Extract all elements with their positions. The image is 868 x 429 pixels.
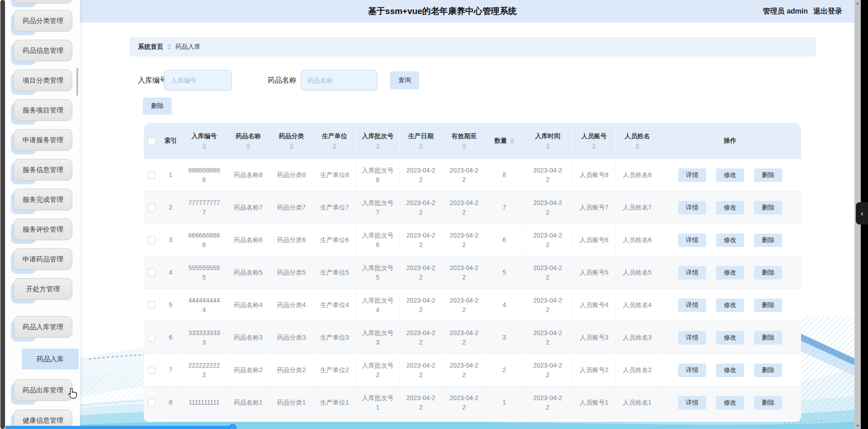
sidebar-item-button[interactable]: 药品分类管理 [14,10,72,32]
sort-caret-icon[interactable] [202,143,207,149]
sidebar-item[interactable]: 项目分类管理 [14,70,72,91]
name-input[interactable] [301,70,377,91]
sort-caret-icon[interactable] [419,143,423,149]
sidebar-item-button[interactable]: 服务项目管理 [14,99,72,121]
column-header-qty[interactable]: 数量 [486,123,523,159]
sidebar-item-button[interactable]: 药品信息管理 [14,40,72,61]
sidebar-item-button[interactable]: 开处方管理 [14,278,72,300]
sidebar-item[interactable]: 服务项目管理 [14,99,72,121]
edit-button[interactable]: 修改 [716,364,744,377]
row-checkbox[interactable] [148,204,156,211]
sidebar-item[interactable]: 服务完成管理 [14,189,72,210]
detail-button[interactable]: 详情 [678,266,706,280]
sidebar-item-partial[interactable] [14,0,72,4]
sidebar-item[interactable]: 药品分类管理 [14,10,72,32]
column-header-category[interactable]: 药品分类 [270,123,313,159]
code-input[interactable] [164,70,232,91]
edit-button[interactable]: 修改 [716,233,744,247]
edit-button[interactable]: 修改 [716,331,744,345]
sidebar-item-button[interactable]: 申请药品管理 [14,248,72,270]
sort-caret-icon[interactable] [376,143,380,149]
row-checkbox[interactable] [148,236,156,244]
cell-text: 5 [503,268,506,277]
delete-button[interactable]: 删除 [754,331,782,345]
delete-button[interactable]: 删除 [754,364,782,377]
detail-button[interactable]: 详情 [678,233,706,247]
column-header-expiry_date[interactable]: 有效期至 [443,123,486,159]
row-checkbox[interactable] [148,366,156,374]
delete-button[interactable]: 删除 [754,168,782,182]
sidebar-item-button[interactable]: 药品出库管理 [14,379,72,401]
delete-button[interactable]: 删除 [754,266,782,280]
delete-button[interactable]: 删除 [754,201,782,214]
sidebar-item[interactable]: 服务信息管理 [14,159,72,181]
sidebar-scrollbar-thumb[interactable] [76,68,78,96]
sidebar-item[interactable]: 药品信息管理 [14,40,72,61]
edit-button[interactable]: 修改 [716,201,744,214]
sidebar-item-button[interactable]: 服务完成管理 [14,189,72,210]
sort-caret-icon[interactable] [462,143,467,149]
sidebar-item[interactable]: 服务评价管理 [14,219,72,240]
column-header-person[interactable]: 人员姓名 [616,123,659,159]
sidebar-item[interactable]: 申请药品管理 [14,248,72,270]
scroll-down-icon[interactable]: ▼ [854,424,861,428]
breadcrumb-home[interactable]: 系统首页 [138,43,163,51]
sidebar-item-button[interactable]: 服务评价管理 [14,219,72,240]
sidebar-item[interactable]: 药品入库管理 [14,316,72,338]
edit-button[interactable]: 修改 [716,168,744,182]
sidebar-subitem-active[interactable]: 药品入库 [22,349,79,369]
edit-button[interactable]: 修改 [716,396,744,410]
edit-button[interactable]: 修改 [716,266,744,280]
sort-caret-icon[interactable] [592,143,596,149]
sidebar-item[interactable]: 开处方管理 [14,278,72,300]
delete-button[interactable]: 删除 [754,298,782,312]
detail-button[interactable]: 详情 [678,364,706,377]
sidebar-item-button[interactable]: 服务信息管理 [14,159,72,181]
sidebar-item-button[interactable]: 药品入库管理 [14,316,72,338]
detail-button[interactable]: 详情 [678,298,706,312]
sidebar-item-partial-button[interactable] [14,0,72,4]
column-header-batch[interactable]: 入库批次号 [356,123,400,159]
progress-bar[interactable] [5,426,233,429]
cell-text: 入库批次号5 [362,263,394,282]
search-button[interactable]: 查询 [390,71,419,89]
logout-link[interactable]: 退出登录 [813,7,842,16]
detail-button[interactable]: 详情 [678,396,706,410]
sort-caret-icon[interactable] [635,143,640,149]
row-checkbox[interactable] [148,399,156,406]
sidebar-item[interactable]: 药品出库管理 [14,379,72,401]
column-header-label: 生产日期 [408,132,434,140]
sidebar-item-button[interactable]: 项目分类管理 [14,70,72,91]
delete-button[interactable]: 删除 [754,396,782,410]
column-header-in_time[interactable]: 入库时间 [523,123,573,159]
sort-caret-icon[interactable] [546,143,550,149]
row-checkbox[interactable] [148,334,156,341]
column-header-account[interactable]: 人员账号 [573,123,616,159]
sidebar-item[interactable]: 申请服务管理 [14,129,72,151]
detail-button[interactable]: 详情 [678,331,706,345]
sort-caret-icon[interactable] [510,138,514,144]
batch-delete-button[interactable]: 删除 [143,98,172,115]
detail-button[interactable]: 详情 [678,201,706,214]
row-checkbox[interactable] [148,301,156,309]
collapse-panel-tab[interactable]: ‹ [856,202,868,224]
row-checkbox[interactable] [148,171,156,179]
cell-person: 人员姓名6 [616,224,659,256]
progress-handle[interactable] [229,424,236,429]
sort-caret-icon[interactable] [289,143,294,149]
row-checkbox[interactable] [148,269,156,276]
left-scrollbar[interactable] [0,0,5,429]
column-header-unit[interactable]: 生产单位 [313,123,356,159]
sort-caret-icon[interactable] [332,143,337,149]
scroll-up-icon[interactable]: ▲ [854,1,861,5]
sort-caret-icon[interactable] [246,143,250,149]
column-header-prod_date[interactable]: 生产日期 [400,123,443,159]
edit-button[interactable]: 修改 [716,298,744,312]
column-header-name[interactable]: 药品名称 [227,123,270,159]
column-header-code[interactable]: 入库编号 [182,123,227,159]
select-all-checkbox[interactable] [148,137,156,145]
left-scrollbar-thumb[interactable] [0,0,5,429]
detail-button[interactable]: 详情 [678,168,706,182]
delete-button[interactable]: 删除 [754,233,782,247]
sidebar-item-button[interactable]: 申请服务管理 [14,129,72,151]
